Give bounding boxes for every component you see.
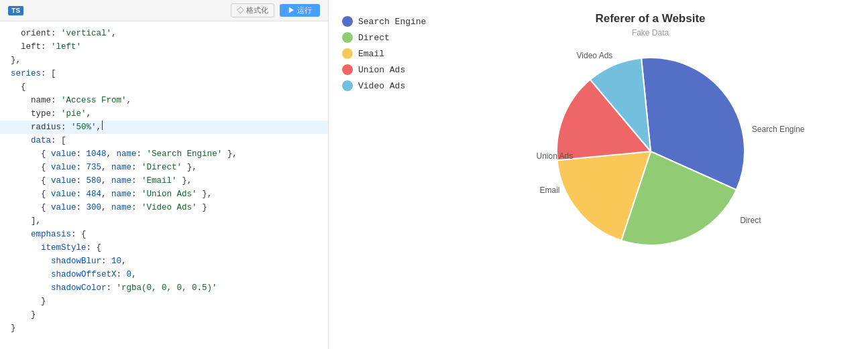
- code-line: }: [0, 322, 328, 335]
- ts-badge: TS: [8, 6, 23, 15]
- code-line: name: 'Access From',: [0, 94, 328, 107]
- label-email: Email: [540, 186, 560, 195]
- run-button[interactable]: ▶ 运行: [280, 4, 320, 17]
- code-line: left: 'left': [0, 40, 328, 54]
- chart-title: Referer of a Website: [595, 12, 705, 25]
- code-line: shadowColor: 'rgba(0, 0, 0, 0.5)': [0, 281, 328, 295]
- legend-area: Search Engine Direct Email Union Ads Vid…: [329, 0, 433, 349]
- pie-svg: [543, 44, 758, 259]
- label-union-ads: Union Ads: [537, 151, 574, 161]
- code-line: series: [: [0, 67, 328, 80]
- legend-dot-search-engine: [342, 16, 353, 27]
- legend-item-email: Email: [342, 48, 433, 59]
- legend-dot-email: [342, 48, 353, 59]
- code-body[interactable]: orient: 'vertical', left: 'left' }, seri…: [0, 21, 328, 349]
- label-video-ads: Video Ads: [577, 51, 613, 60]
- code-toolbar: TS ◇ 格式化 ▶ 运行: [0, 0, 328, 21]
- legend-item-search-engine: Search Engine: [342, 16, 433, 27]
- code-line: shadowBlur: 10,: [0, 255, 328, 268]
- code-line: { value: 300, name: 'Video Ads' }: [0, 201, 328, 214]
- chart-area: Referer of a Website Fake Data Video Ads…: [433, 0, 868, 349]
- code-panel: TS ◇ 格式化 ▶ 运行 orient: 'vertical', left: …: [0, 0, 329, 349]
- legend-label-direct: Direct: [358, 33, 390, 43]
- code-line: ],: [0, 214, 328, 228]
- legend-dot-union-ads: [342, 64, 353, 75]
- code-line: }: [0, 308, 328, 322]
- legend-dot-direct: [342, 32, 353, 43]
- legend-item-union-ads: Union Ads: [342, 64, 433, 75]
- label-direct: Direct: [740, 216, 761, 225]
- code-line: }: [0, 295, 328, 308]
- legend-label-video-ads: Video Ads: [358, 81, 405, 91]
- legend-label-union-ads: Union Ads: [358, 65, 405, 75]
- code-line: type: 'pie',: [0, 107, 328, 121]
- code-line: itemStyle: {: [0, 241, 328, 255]
- legend-item-direct: Direct: [342, 32, 433, 43]
- code-line: {: [0, 80, 328, 94]
- code-line: orient: 'vertical',: [0, 27, 328, 40]
- legend-item-video-ads: Video Ads: [342, 80, 433, 91]
- code-line: { value: 580, name: 'Email' },: [0, 174, 328, 188]
- code-line: { value: 1048, name: 'Search Engine' },: [0, 147, 328, 161]
- label-search-engine: Search Engine: [752, 125, 805, 134]
- code-line: emphasis: {: [0, 228, 328, 241]
- legend-label-search-engine: Search Engine: [358, 17, 426, 27]
- code-line: { value: 484, name: 'Union Ads' },: [0, 188, 328, 201]
- pie-chart: Video Ads Search Engine Union Ads Email …: [543, 44, 758, 259]
- code-line: { value: 735, name: 'Direct' },: [0, 161, 328, 174]
- code-line: radius: '50%',: [0, 121, 328, 134]
- legend-dot-video-ads: [342, 80, 353, 91]
- format-button[interactable]: ◇ 格式化: [231, 3, 274, 17]
- legend-label-email: Email: [358, 49, 384, 59]
- chart-panel: Search Engine Direct Email Union Ads Vid…: [329, 0, 868, 349]
- code-line: },: [0, 54, 328, 67]
- toolbar-center: ◇ 格式化 ▶ 运行: [231, 3, 320, 17]
- code-line: shadowOffsetX: 0,: [0, 268, 328, 281]
- chart-subtitle: Fake Data: [632, 28, 669, 38]
- code-line: data: [: [0, 134, 328, 147]
- toolbar-left: TS: [8, 6, 23, 15]
